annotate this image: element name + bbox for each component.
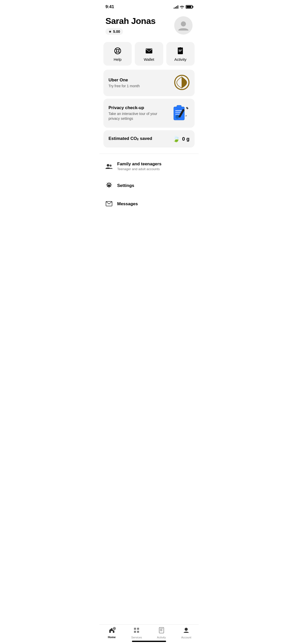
uber-one-subtitle: Try free for 1 month xyxy=(109,84,140,89)
co2-card[interactable]: Estimated CO₂ saved 🍃 0 g xyxy=(103,130,195,148)
signal-icon xyxy=(174,5,178,9)
settings-title: Settings xyxy=(117,183,134,188)
uber-one-icon xyxy=(174,75,189,90)
privacy-subtitle: Take an interactive tour of your privacy… xyxy=(109,111,169,121)
uber-one-text: Uber One Try free for 1 month xyxy=(109,78,140,89)
activity-icon xyxy=(177,47,184,55)
family-text: Family and teenagers Teenager and adult … xyxy=(117,162,161,171)
svg-rect-17 xyxy=(177,105,181,108)
privacy-icon xyxy=(172,104,189,122)
co2-amount: 0 g xyxy=(182,136,189,142)
settings-text: Settings xyxy=(117,183,134,188)
svg-rect-16 xyxy=(174,107,184,120)
privacy-text: Privacy check-up Take an interactive tou… xyxy=(109,105,169,121)
battery-icon xyxy=(186,5,193,9)
family-title: Family and teenagers xyxy=(117,162,161,167)
avatar[interactable] xyxy=(174,16,193,35)
status-icons xyxy=(174,5,193,9)
svg-point-2 xyxy=(116,50,119,52)
cards-section: Uber One Try free for 1 month Privacy ch… xyxy=(99,68,199,150)
svg-point-23 xyxy=(107,164,109,167)
uber-one-card[interactable]: Uber One Try free for 1 month xyxy=(103,70,195,96)
family-icon xyxy=(105,163,113,170)
settings-menu-item[interactable]: Settings xyxy=(105,177,193,195)
wallet-button[interactable]: Wallet xyxy=(135,42,163,66)
status-time: 9:41 xyxy=(105,4,114,9)
svg-point-0 xyxy=(181,21,186,26)
uber-one-icon-area xyxy=(174,75,189,91)
settings-icon xyxy=(105,182,113,189)
svg-line-3 xyxy=(115,49,117,50)
help-label: Help xyxy=(114,57,121,62)
star-icon: ★ xyxy=(109,30,112,34)
activity-button[interactable]: Activity xyxy=(166,42,195,66)
svg-point-24 xyxy=(110,165,112,167)
svg-rect-13 xyxy=(179,51,181,51)
co2-right: 🍃 0 g xyxy=(172,135,189,142)
svg-line-4 xyxy=(119,49,120,50)
menu-section: Family and teenagers Teenager and adult … xyxy=(99,156,199,213)
messages-icon xyxy=(105,200,113,208)
wallet-icon xyxy=(145,47,153,55)
family-menu-item[interactable]: Family and teenagers Teenager and adult … xyxy=(105,156,193,177)
wifi-icon xyxy=(180,5,184,9)
svg-line-5 xyxy=(115,52,117,53)
privacy-title: Privacy check-up xyxy=(109,105,169,110)
avatar-icon xyxy=(177,19,189,32)
messages-menu-item[interactable]: Messages xyxy=(105,195,193,213)
svg-line-6 xyxy=(119,52,120,53)
privacy-icon-area xyxy=(172,104,189,123)
uber-one-title: Uber One xyxy=(109,78,140,83)
family-subtitle: Teenager and adult accounts xyxy=(117,167,161,171)
rating-badge: ★ 5.00 xyxy=(105,28,123,35)
header-left: Sarah Jonas ★ 5.00 xyxy=(105,16,156,35)
svg-rect-12 xyxy=(179,50,182,50)
privacy-card[interactable]: Privacy check-up Take an interactive tou… xyxy=(103,99,195,128)
quick-actions: Help Wallet xyxy=(99,37,199,68)
help-icon xyxy=(114,47,121,55)
messages-text: Messages xyxy=(117,201,138,207)
svg-rect-19 xyxy=(175,112,181,113)
svg-rect-18 xyxy=(175,110,182,111)
activity-label: Activity xyxy=(174,57,187,62)
status-bar: 9:41 xyxy=(99,0,199,12)
co2-title: Estimated CO₂ saved xyxy=(109,136,152,141)
user-name: Sarah Jonas xyxy=(105,16,156,26)
help-button[interactable]: Help xyxy=(103,42,132,66)
messages-title: Messages xyxy=(117,201,138,207)
leaf-icon: 🍃 xyxy=(172,135,180,142)
header: Sarah Jonas ★ 5.00 xyxy=(99,12,199,37)
rating-value: 5.00 xyxy=(113,30,120,34)
wallet-label: Wallet xyxy=(144,57,154,62)
section-divider xyxy=(99,154,199,154)
